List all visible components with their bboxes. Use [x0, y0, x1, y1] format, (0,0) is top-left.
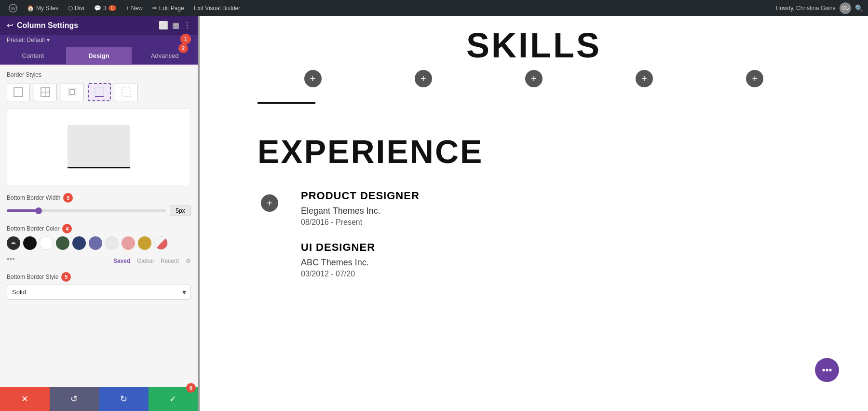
- swatch-white[interactable]: [40, 236, 53, 250]
- bottom-border-width-section: Bottom Border Width 3 5px: [7, 193, 191, 216]
- comments-item[interactable]: 💬 3 0: [90, 0, 120, 16]
- color-tabs: Saved Global Recent ⚙: [113, 258, 191, 264]
- border-preview-inner: [68, 125, 130, 168]
- swatch-diagonal[interactable]: [154, 236, 168, 250]
- edit-page-label: Edit Page: [159, 5, 184, 12]
- page-canvas: SKILLS + + + + + EXPERIENCE + PRODUCT DE…: [200, 16, 868, 411]
- color-tab-recent[interactable]: Recent: [161, 258, 179, 264]
- undo-icon: ↺: [70, 394, 78, 404]
- search-icon[interactable]: 🔍: [855, 4, 863, 12]
- user-avatar[interactable]: CG: [840, 2, 851, 14]
- back-icon[interactable]: ↩: [7, 21, 13, 30]
- exp-content-1: PRODUCT DESIGNER Elegant Themes Inc. 08/…: [301, 190, 810, 293]
- swatch-gold[interactable]: [138, 236, 151, 250]
- add-column-btn-5[interactable]: +: [746, 70, 763, 87]
- border-option-inside[interactable]: [61, 83, 84, 101]
- my-sites-label: My Sites: [36, 5, 58, 12]
- experience-row-1: + PRODUCT DESIGNER Elegant Themes Inc. 0…: [238, 190, 829, 293]
- border-width-slider[interactable]: [7, 209, 166, 212]
- border-option-bottom[interactable]: [88, 83, 111, 101]
- new-item[interactable]: + New: [122, 0, 147, 16]
- redo-icon: ↻: [120, 394, 127, 404]
- redo-button[interactable]: ↻: [99, 387, 149, 411]
- panel-content: Border Styles: [0, 65, 198, 387]
- undo-button[interactable]: ↺: [50, 387, 99, 411]
- job-title-2: UI DESIGNER: [301, 241, 810, 254]
- page-content: SKILLS + + + + + EXPERIENCE + PRODUCT DE…: [200, 16, 868, 293]
- gear-icon[interactable]: ⚙: [186, 258, 191, 264]
- tab-content-label: Content: [22, 52, 44, 59]
- edit-page-item[interactable]: ✏ Edit Page: [149, 0, 188, 16]
- exit-visual-builder-item[interactable]: Exit Visual Builder: [190, 0, 244, 16]
- more-icon[interactable]: ⋮: [183, 21, 191, 30]
- border-preview: [7, 108, 191, 185]
- plus-icon: +: [126, 5, 129, 12]
- border-none-icon: [13, 86, 24, 98]
- border-style-options: [7, 83, 191, 101]
- tab-advanced[interactable]: Advanced 2: [132, 47, 198, 64]
- border-option-none[interactable]: [7, 83, 30, 101]
- admin-bar-right: Howdy, Christina Gwira CG 🔍: [776, 2, 863, 14]
- color-tab-global[interactable]: Global: [137, 258, 154, 264]
- comment-badge: 0: [108, 5, 116, 11]
- swatch-purple[interactable]: [89, 236, 102, 250]
- slider-value[interactable]: 5px: [170, 206, 191, 216]
- panel-header-left: ↩ Column Settings: [7, 21, 78, 30]
- svg-rect-2: [14, 88, 23, 96]
- bottom-border-width-label: Bottom Border Width 3: [7, 193, 191, 203]
- add-column-btn-1[interactable]: +: [304, 70, 322, 87]
- main-layout: ↩ Column Settings ⬜ ▦ ⋮ Preset: Default …: [0, 16, 868, 411]
- add-column-btn-3[interactable]: +: [525, 70, 542, 87]
- exit-builder-label: Exit Visual Builder: [194, 5, 241, 12]
- preset-label: Preset: Default: [7, 37, 45, 43]
- bottom-border-style-section: Bottom Border Style 5 Solid Dashed Dotte…: [7, 272, 191, 300]
- swatch-green-dark[interactable]: [56, 236, 69, 250]
- tab-design[interactable]: Design: [66, 47, 132, 64]
- wp-logo-item[interactable]: W: [5, 0, 21, 16]
- border-custom-icon: [121, 86, 132, 98]
- context-menu-bubble[interactable]: •••: [815, 358, 839, 382]
- badge-2: 2: [178, 43, 188, 53]
- comment-icon: 💬: [94, 5, 101, 12]
- divi-item[interactable]: ⬡ Divi: [64, 0, 88, 16]
- eyedropper-swatch[interactable]: ✒: [7, 236, 20, 250]
- swatch-light-gray[interactable]: [105, 236, 119, 250]
- tab-design-label: Design: [88, 52, 109, 59]
- border-all-icon: [40, 86, 51, 98]
- border-inside-icon: [67, 86, 78, 98]
- border-option-all[interactable]: [34, 83, 57, 101]
- job-company-1: Elegant Themes Inc.: [301, 206, 810, 216]
- swatch-pink[interactable]: [122, 236, 135, 250]
- badge-3: 3: [63, 193, 73, 203]
- cancel-button[interactable]: ✕: [0, 387, 50, 411]
- badge-1: 1: [180, 34, 191, 44]
- add-column-btn-2[interactable]: +: [415, 70, 432, 87]
- layout-icon[interactable]: ▦: [172, 21, 179, 30]
- border-style-select[interactable]: Solid Dashed Dotted Double: [7, 285, 191, 300]
- save-button[interactable]: ✓ 6: [149, 387, 198, 411]
- slider-thumb[interactable]: [35, 207, 42, 214]
- column-settings-panel: ↩ Column Settings ⬜ ▦ ⋮ Preset: Default …: [0, 16, 198, 411]
- border-option-custom[interactable]: [115, 83, 138, 101]
- experience-heading: EXPERIENCE: [238, 123, 829, 190]
- window-icon[interactable]: ⬜: [159, 21, 168, 30]
- swatch-black[interactable]: [23, 236, 37, 250]
- tab-content[interactable]: Content: [0, 47, 66, 64]
- job-dates-2: 03/2012 - 07/20: [301, 270, 810, 278]
- job-title-1: PRODUCT DESIGNER: [301, 190, 810, 202]
- admin-bar: W 🏠 My Sites ⬡ Divi 💬 3 0 + New ✏ Edit P…: [0, 0, 868, 16]
- cancel-icon: ✕: [21, 394, 28, 404]
- my-sites-item[interactable]: 🏠 My Sites: [23, 0, 62, 16]
- color-tab-saved[interactable]: Saved: [113, 258, 130, 264]
- bottom-border-color-label: Bottom Border Color 4: [7, 224, 191, 233]
- howdy-text: Howdy, Christina Gwira: [776, 5, 836, 12]
- svg-rect-7: [70, 90, 75, 95]
- swatch-navy[interactable]: [72, 236, 86, 250]
- comments-count: 3: [103, 5, 107, 12]
- add-column-btn-4[interactable]: +: [636, 70, 653, 87]
- border-bottom-icon: [94, 86, 105, 98]
- add-module-btn-1[interactable]: +: [261, 194, 278, 212]
- svg-text:W: W: [11, 5, 16, 11]
- badge-5: 5: [61, 272, 71, 282]
- action-bar: ✕ ↺ ↻ ✓ 6: [0, 387, 198, 411]
